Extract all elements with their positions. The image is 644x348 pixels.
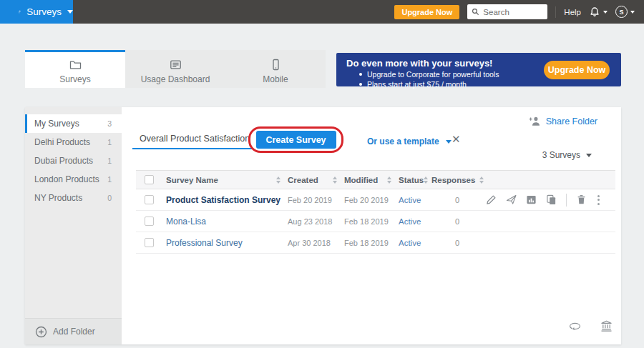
sort-icon[interactable] xyxy=(424,177,428,184)
use-template-link[interactable]: Or use a template xyxy=(367,136,452,146)
banner-upgrade-button[interactable]: Upgrade Now xyxy=(544,61,610,79)
copy-icon[interactable] xyxy=(546,194,557,205)
folder-icon xyxy=(69,59,82,71)
folder-sidebar: My Surveys 3 Delhi Products 1 Dubai Prod… xyxy=(25,107,122,344)
select-all-checkbox[interactable] xyxy=(145,175,154,184)
status-badge[interactable]: Active xyxy=(399,217,431,226)
survey-name-link[interactable]: Professional Survey xyxy=(162,238,288,248)
folder-name: Dubai Products xyxy=(34,156,93,166)
add-folder-label: Add Folder xyxy=(53,327,95,337)
folder-item-ny-products[interactable]: NY Products 0 xyxy=(25,189,122,207)
tab-usage-dashboard[interactable]: Usage Dashboard xyxy=(125,50,225,88)
column-header: Created xyxy=(288,176,318,184)
folder-count: 3 xyxy=(107,119,112,128)
plus-circle-icon xyxy=(35,326,47,338)
created-date: Aug 23 2018 xyxy=(288,217,344,226)
create-survey-button[interactable]: Create Survey xyxy=(256,131,336,149)
folder-name: Delhi Products xyxy=(34,137,90,147)
surveys-count-label: 3 Surveys xyxy=(542,150,580,160)
tab-mobile[interactable]: Mobile xyxy=(225,50,326,88)
search-box[interactable] xyxy=(467,4,547,19)
tab-label: Mobile xyxy=(263,74,288,84)
folder-name: London Products xyxy=(34,174,99,184)
upgrade-now-button[interactable]: Upgrade Now xyxy=(394,5,459,19)
sort-icon[interactable] xyxy=(276,177,280,184)
table-header: Survey Name Created Modified Status Resp… xyxy=(136,170,615,189)
chevron-down-icon xyxy=(603,11,608,14)
row-checkbox[interactable] xyxy=(145,195,154,204)
promo-banner: Do even more with your surveys! Upgrade … xyxy=(336,53,621,86)
responses-count: 0 xyxy=(431,217,483,226)
bell-icon xyxy=(589,6,600,18)
send-plane-icon[interactable] xyxy=(506,194,517,205)
sort-icon[interactable] xyxy=(387,177,391,184)
table-row: Product Satisfaction Survey Feb 20 2019 … xyxy=(136,189,615,211)
survey-name-link[interactable]: Product Satisfaction Survey xyxy=(162,195,288,205)
notifications-menu[interactable] xyxy=(589,6,608,18)
banner-bullet-text: Plans start at just $75 / month xyxy=(367,80,467,89)
banner-bullet: Plans start at just $75 / month xyxy=(359,80,611,89)
table-row: Professional Survey Apr 30 2018 Feb 18 2… xyxy=(136,232,615,254)
row-checkbox[interactable] xyxy=(145,238,154,247)
help-link[interactable]: Help xyxy=(564,8,581,16)
status-badge[interactable]: Active xyxy=(399,239,431,247)
app-menu-label: Surveys xyxy=(26,6,62,17)
modified-date: Feb 20 2019 xyxy=(344,196,399,204)
restore-loop-icon[interactable] xyxy=(569,320,581,332)
search-input[interactable] xyxy=(483,8,540,16)
folder-count: 1 xyxy=(107,138,112,146)
mobile-icon xyxy=(270,59,282,71)
banner-bullet-text: Upgrade to Corporate for powerful tools xyxy=(367,70,499,79)
table-row: Mona-Lisa Aug 23 2018 Feb 18 2019 Active… xyxy=(136,211,615,232)
folder-item-delhi-products[interactable]: Delhi Products 1 xyxy=(25,133,122,151)
folder-item-london-products[interactable]: London Products 1 xyxy=(25,170,122,189)
share-folder-label: Share Folder xyxy=(546,116,597,126)
add-folder-button[interactable]: Add Folder xyxy=(25,318,122,344)
surveys-count-dropdown[interactable]: 3 Surveys xyxy=(542,150,592,160)
created-date: Feb 20 2019 xyxy=(288,196,344,204)
topbar-divider xyxy=(555,6,556,18)
folder-count: 0 xyxy=(107,194,112,202)
survey-name-input[interactable] xyxy=(132,131,253,149)
actions-divider xyxy=(566,194,567,207)
chevron-down-icon xyxy=(586,154,592,157)
account-menu[interactable]: S xyxy=(615,6,635,18)
more-options-icon[interactable] xyxy=(596,194,601,207)
survey-name-link[interactable]: Mona-Lisa xyxy=(162,217,288,227)
row-actions xyxy=(483,194,615,207)
folder-main-panel: Share Folder Create Survey Or use a temp… xyxy=(122,107,621,344)
highlight-annotation: Create Survey xyxy=(248,126,343,153)
sort-icon[interactable] xyxy=(333,177,337,184)
folder-name: NY Products xyxy=(34,193,82,203)
responses-count: 0 xyxy=(431,196,483,204)
column-header: Modified xyxy=(344,176,378,184)
row-checkbox[interactable] xyxy=(145,217,154,226)
top-bar: Surveys Upgrade Now Help S xyxy=(0,0,644,24)
close-icon[interactable]: ✕ xyxy=(452,133,461,146)
edit-pencil-icon[interactable] xyxy=(486,194,497,205)
delete-trash-icon[interactable] xyxy=(576,194,587,205)
chevron-down-icon xyxy=(67,10,73,14)
tab-label: Usage Dashboard xyxy=(141,74,210,84)
search-icon xyxy=(472,8,479,16)
tab-surveys[interactable]: Surveys xyxy=(25,50,125,88)
app-menu[interactable]: Surveys xyxy=(0,0,73,24)
folder-count: 1 xyxy=(107,175,112,184)
folder-name: My Surveys xyxy=(34,119,79,129)
modified-date: Feb 18 2019 xyxy=(344,239,399,247)
archive-bank-icon[interactable] xyxy=(600,320,613,332)
folder-item-my-surveys[interactable]: My Surveys 3 xyxy=(25,114,122,133)
folder-item-dubai-products[interactable]: Dubai Products 1 xyxy=(25,151,122,170)
app-screen: Surveys Upgrade Now Help S xyxy=(0,0,644,348)
chevron-down-icon xyxy=(630,11,635,14)
modified-date: Feb 18 2019 xyxy=(344,217,399,226)
sort-icon[interactable] xyxy=(479,177,484,184)
report-chart-icon[interactable] xyxy=(526,194,537,205)
dashboard-icon xyxy=(170,59,182,71)
avatar: S xyxy=(615,6,628,18)
column-header: Status xyxy=(399,176,424,184)
status-badge[interactable]: Active xyxy=(399,196,431,204)
share-folder-button[interactable]: Share Folder xyxy=(529,116,597,126)
logo-icon xyxy=(19,6,21,18)
column-header: Responses xyxy=(431,176,475,184)
